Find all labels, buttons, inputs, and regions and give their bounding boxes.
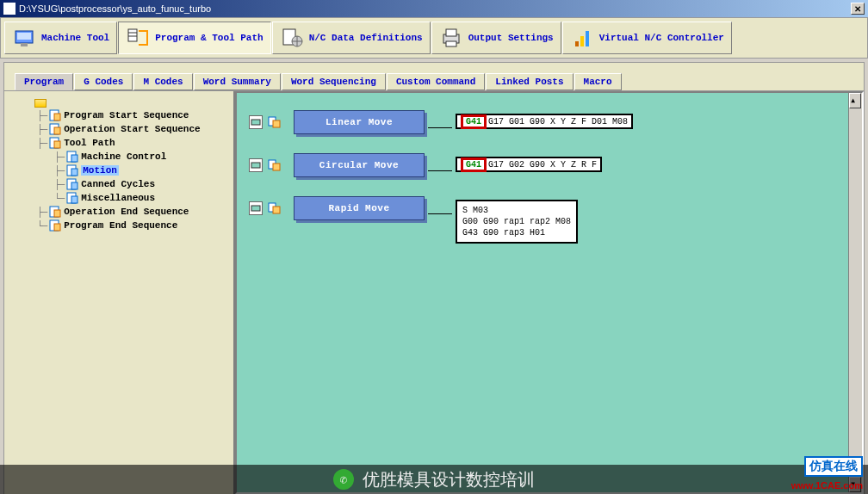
svg-rect-19 [71,155,78,162]
close-button[interactable]: ✕ [851,3,865,15]
toolbar-output-settings[interactable]: Output Settings [431,22,561,54]
block-icon[interactable] [249,158,263,172]
watermark-text: 优胜模具设计数控培训 [363,468,535,491]
svg-rect-30 [251,120,260,125]
tree-label: Operation Start Sequence [64,124,200,134]
tree-item-machine-control[interactable]: ├─ Machine Control [8,150,230,164]
linear-move-code[interactable]: G41 G17 G01 G90 X Y Z F D01 M08 [456,114,633,129]
page-icon [49,137,61,149]
titlebar-path: D:\YSUG\postprocessor\ys_auto_funuc_turb… [19,3,851,14]
tree-item-operation-start[interactable]: ├─ Operation Start Sequence [8,122,230,136]
window-titlebar: D:\YSUG\postprocessor\ys_auto_funuc_turb… [0,0,868,17]
site-badge: 仿真在线 [804,456,863,477]
move-row-linear: Linear Move G41 G17 G01 G90 X Y Z F D01 … [249,110,850,134]
svg-rect-15 [54,127,60,134]
tree-label: Canned Cycles [81,179,155,189]
circular-move-code[interactable]: G41 G17 G02 G90 X Y Z R F [456,157,602,172]
tab-word-sequencing[interactable]: Word Sequencing [282,73,386,90]
page-icon [49,123,61,135]
svg-rect-32 [273,120,280,127]
code-line: S M03 [462,205,488,216]
svg-rect-25 [71,196,78,203]
block-icon[interactable] [249,201,263,215]
svg-rect-23 [71,182,78,189]
tree-item-miscellaneous[interactable]: └─ Miscellaneous [8,191,230,205]
move-row-rapid: Rapid Move S M03 G00 G90 rap1 rap2 M08 G… [249,196,850,244]
tree-label: Program End Sequence [64,220,177,231]
g41-tag: G41 [461,114,487,129]
add-block-icon[interactable] [268,201,282,215]
toolbar-label: Virtual N/C Controller [599,33,724,43]
tree-item-tool-path[interactable]: ├─ Tool Path [8,136,230,150]
page-icon [66,164,78,176]
tree-root[interactable] [8,98,230,108]
page-icon [66,151,78,163]
svg-rect-33 [251,163,260,168]
wechat-icon: ✆ [333,469,354,490]
tab-linked-posts[interactable]: Linked Posts [486,73,573,90]
tree-item-motion[interactable]: ├─ Motion [8,164,230,177]
canvas-panel: Linear Move G41 G17 G01 G90 X Y Z F D01 … [235,91,864,494]
app-icon [3,3,16,15]
tab-word-summary[interactable]: Word Summary [194,73,281,90]
tree-label: Motion [81,165,119,176]
add-block-icon[interactable] [268,158,282,172]
add-block-icon[interactable] [268,115,282,129]
tree-item-canned-cycles[interactable]: ├─ Canned Cycles [8,177,230,191]
toolbar-nc-data[interactable]: N/C Data Definitions [272,22,431,54]
toolbar-label: Machine Tool [41,33,109,43]
move-row-circular: Circular Move G41 G17 G02 G90 X Y Z R F [249,153,850,177]
g41-tag: G41 [461,157,487,172]
folder-icon [34,99,46,108]
svg-rect-1 [17,33,31,40]
watermark-bar: ✆ 优胜模具设计数控培训 [0,465,868,494]
page-icon [66,178,78,190]
toolbar-virtual-nc[interactable]: Virtual N/C Controller [562,22,732,54]
svg-rect-17 [54,141,60,148]
svg-rect-7 [446,29,456,36]
rapid-move-block[interactable]: Rapid Move [294,196,425,220]
program-path-icon [126,26,150,50]
tree-label: Operation End Sequence [64,207,189,217]
scrollbar-up-button[interactable]: ▴ [849,93,861,108]
toolbar-label: Program & Tool Path [155,33,263,43]
svg-rect-35 [273,164,280,170]
tree-label: Program Start Sequence [64,110,189,120]
page-icon [49,109,61,121]
toolbar-machine-tool[interactable]: Machine Tool [4,22,117,54]
machine-tool-icon [12,26,36,50]
vertical-scrollbar[interactable]: ▴ ▾ [848,93,862,492]
code-text: G17 G01 G90 X Y Z F D01 M08 [488,117,628,127]
program-tree: ├─ Program Start Sequence ├─ Operation S… [8,98,230,232]
main-toolbar: Machine Tool Program & Tool Path N/C Dat… [0,17,868,59]
tree-label: Tool Path [64,138,115,148]
svg-rect-36 [251,206,260,211]
tab-macro[interactable]: Macro [574,73,622,90]
output-settings-icon [439,26,463,50]
circular-move-block[interactable]: Circular Move [294,153,425,177]
page-icon [66,192,78,204]
tree-item-program-end[interactable]: └─ Program End Sequence [8,219,230,232]
tree-item-operation-end[interactable]: ├─ Operation End Sequence [8,205,230,219]
tree-item-program-start[interactable]: ├─ Program Start Sequence [8,108,230,122]
code-line: G43 G90 rap3 H01 [462,227,545,238]
page-icon [49,206,61,218]
tree-label: Miscellaneous [81,193,155,203]
toolbar-program-tool-path[interactable]: Program & Tool Path [118,22,270,54]
svg-rect-10 [580,36,584,46]
linear-move-block[interactable]: Linear Move [294,110,425,134]
svg-rect-2 [21,43,28,46]
tab-g-codes[interactable]: G Codes [74,73,133,90]
tree-panel: ├─ Program Start Sequence ├─ Operation S… [4,91,235,494]
tab-program[interactable]: Program [15,73,73,90]
svg-rect-29 [54,224,60,231]
svg-rect-21 [71,169,78,176]
virtual-nc-icon [570,26,594,50]
tab-custom-command[interactable]: Custom Command [387,73,485,90]
code-text: G17 G02 G90 X Y Z R F [488,160,597,170]
rapid-move-code[interactable]: S M03 G00 G90 rap1 rap2 M08 G43 G90 rap3… [456,200,578,244]
block-icon[interactable] [249,115,263,129]
svg-rect-9 [575,41,579,46]
tab-m-codes[interactable]: M Codes [133,73,192,90]
svg-rect-13 [54,114,60,120]
